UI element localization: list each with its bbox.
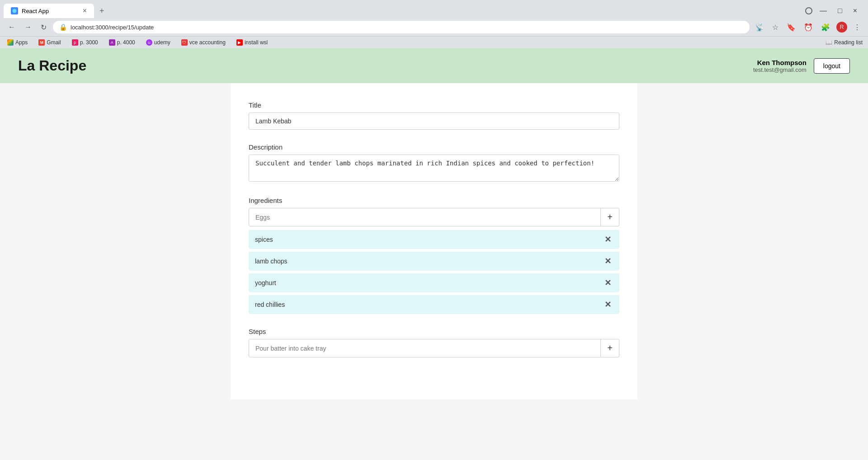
bookmark-p4000-label: p. 4000 <box>117 39 135 46</box>
ingredient-name: red chillies <box>255 301 603 308</box>
cast-icon[interactable]: 📡 <box>753 21 766 33</box>
ingredients-label: Ingredients <box>249 197 619 204</box>
ingredient-item-red-chillies: red chillies ✕ <box>249 295 619 314</box>
tab-title: React App <box>22 8 49 14</box>
lock-icon: 🔒 <box>59 23 67 31</box>
user-section: Ken Thompson test.test@gmail.com logout <box>753 58 850 74</box>
window-controls: — □ × <box>805 5 864 17</box>
profile-icon[interactable]: R <box>836 22 847 33</box>
bookmarks-bar: ⋮⋮ Apps M Gmail p p. 3000 A p. 4000 u ud… <box>0 36 868 48</box>
remove-ingredient-button[interactable]: ✕ <box>603 235 613 244</box>
bookmark-p3000-label: p. 3000 <box>80 39 98 46</box>
vce-favicon: 🛡 <box>181 39 188 46</box>
gmail-favicon: M <box>38 39 45 46</box>
bookmark-vce-label: vce accounting <box>189 39 226 46</box>
ingredient-item-lamb-chops: lamb chops ✕ <box>249 252 619 271</box>
ingredients-group: Ingredients + spices ✕ lamb chops ✕ yogh… <box>249 197 619 314</box>
nav-bar: ← → ↻ 🔒 localhost:3000/recipe/15/update … <box>0 18 868 36</box>
description-input[interactable]: Succulent and tender lamb chops marinate… <box>249 155 619 182</box>
bookmark-icon[interactable]: 🔖 <box>785 21 797 33</box>
tab-bar: React App × + — □ × <box>0 0 868 18</box>
record-icon <box>805 7 812 14</box>
bookmark-star-icon[interactable]: ☆ <box>770 21 780 33</box>
logout-button[interactable]: logout <box>814 58 850 74</box>
steps-group: Steps + <box>249 328 619 357</box>
remove-ingredient-button[interactable]: ✕ <box>603 278 613 288</box>
ingredient-input[interactable] <box>249 208 601 226</box>
steps-input-row: + <box>249 339 619 357</box>
menu-icon[interactable]: ⋮ <box>852 21 863 33</box>
user-name: Ken Thompson <box>753 59 807 66</box>
udemy-favicon: u <box>146 39 152 46</box>
ingredient-name: lamb chops <box>255 258 603 265</box>
remove-ingredient-button[interactable]: ✕ <box>603 300 613 310</box>
extension-icon[interactable]: 🧩 <box>819 21 832 33</box>
tab-close-button[interactable]: × <box>83 7 87 14</box>
app-header: La Recipe Ken Thompson test.test@gmail.c… <box>0 48 868 83</box>
bookmark-udemy[interactable]: u udemy <box>144 38 172 47</box>
address-text: localhost:3000/recipe/15/update <box>71 24 743 31</box>
reading-list-label: Reading list <box>834 39 863 46</box>
address-bar[interactable]: 🔒 localhost:3000/recipe/15/update <box>53 21 750 33</box>
steps-label: Steps <box>249 328 619 335</box>
new-tab-button[interactable]: + <box>96 5 108 18</box>
bookmark-p3000[interactable]: p p. 3000 <box>70 38 100 47</box>
apps-favicon: ⋮⋮ <box>7 39 14 46</box>
install-favicon: ▶ <box>236 39 243 46</box>
bookmark-apps[interactable]: ⋮⋮ Apps <box>5 38 29 47</box>
history-icon[interactable]: ⏰ <box>802 21 815 33</box>
bookmark-install-label: install wsl <box>245 39 268 46</box>
add-step-button[interactable]: + <box>601 339 619 357</box>
maximize-button[interactable]: □ <box>834 5 846 17</box>
tab-favicon <box>11 7 18 14</box>
title-input[interactable] <box>249 113 619 130</box>
title-label: Title <box>249 101 619 109</box>
close-button[interactable]: × <box>849 5 861 17</box>
minimize-button[interactable]: — <box>816 5 830 17</box>
forward-button[interactable]: → <box>22 21 34 33</box>
active-tab[interactable]: React App × <box>4 4 94 18</box>
bookmark-gmail-label: Gmail <box>47 39 61 46</box>
user-email: test.test@gmail.com <box>753 66 807 73</box>
ingredient-name: yoghurt <box>255 279 603 286</box>
user-info: Ken Thompson test.test@gmail.com <box>753 59 807 73</box>
p4000-favicon: A <box>109 39 115 46</box>
add-ingredient-button[interactable]: + <box>601 208 619 226</box>
svg-point-0 <box>13 9 17 13</box>
back-button[interactable]: ← <box>5 21 18 33</box>
p3000-favicon: p <box>72 39 78 46</box>
app-title: La Recipe <box>18 57 86 74</box>
bookmark-vce[interactable]: 🛡 vce accounting <box>179 38 227 47</box>
main-content: Title Description Succulent and tender l… <box>231 83 637 399</box>
ingredient-item-spices: spices ✕ <box>249 230 619 249</box>
bookmark-install[interactable]: ▶ install wsl <box>235 38 269 47</box>
remove-ingredient-button[interactable]: ✕ <box>603 256 613 266</box>
bookmark-gmail[interactable]: M Gmail <box>37 38 62 47</box>
reading-list-icon: 📖 <box>826 39 832 46</box>
description-label: Description <box>249 143 619 151</box>
nav-icons: 📡 ☆ 🔖 ⏰ 🧩 R ⋮ <box>753 21 863 33</box>
ingredient-input-row: + <box>249 208 619 226</box>
steps-input[interactable] <box>249 339 601 357</box>
ingredient-item-yoghurt: yoghurt ✕ <box>249 273 619 292</box>
bookmark-udemy-label: udemy <box>154 39 170 46</box>
title-group: Title <box>249 101 619 130</box>
bookmark-p4000[interactable]: A p. 4000 <box>107 38 137 47</box>
browser-chrome: React App × + — □ × ← → ↻ 🔒 localhost:30… <box>0 0 868 48</box>
ingredient-name: spices <box>255 236 603 243</box>
description-group: Description Succulent and tender lamb ch… <box>249 143 619 183</box>
reading-list-button[interactable]: 📖 Reading list <box>826 39 863 46</box>
ingredient-list: spices ✕ lamb chops ✕ yoghurt ✕ red chil… <box>249 230 619 314</box>
bookmark-apps-label: Apps <box>15 39 28 46</box>
reload-button[interactable]: ↻ <box>38 21 49 33</box>
